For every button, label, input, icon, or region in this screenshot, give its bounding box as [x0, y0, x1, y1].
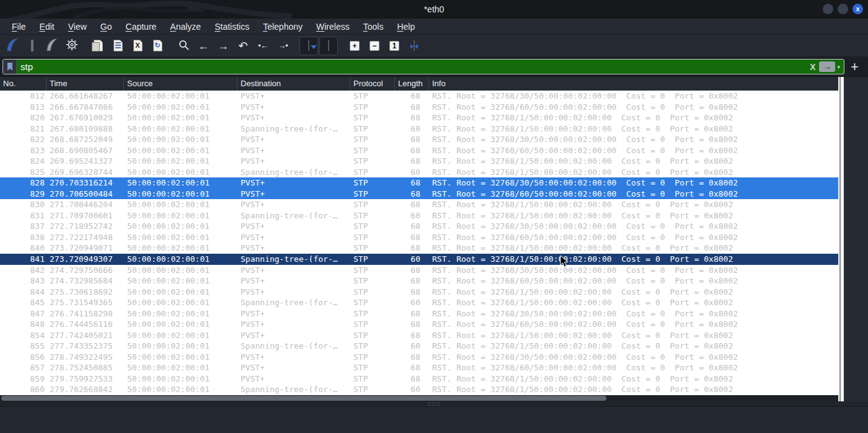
add-filter-button[interactable]: +: [851, 60, 859, 74]
cell-source: 50:00:00:02:00:01: [124, 199, 237, 210]
capture-options-button[interactable]: [63, 37, 81, 55]
first-packet-button[interactable]: •←: [254, 37, 272, 55]
clear-filter-icon[interactable]: X: [806, 62, 819, 72]
apply-filter-button[interactable]: →: [819, 61, 835, 72]
filter-text[interactable]: stp: [17, 61, 806, 72]
column-header-no[interactable]: No.: [0, 77, 46, 91]
cell-no: 820: [0, 112, 46, 123]
column-header-time[interactable]: Time: [46, 77, 124, 91]
go-back-button[interactable]: ←: [194, 37, 213, 55]
cell-protocol: STP: [350, 91, 395, 102]
cell-no: 813: [0, 102, 46, 113]
packet-row-860[interactable]: 860279.76266884250:00:00:02:00:01Spannin…: [0, 384, 838, 395]
maximize-button[interactable]: [838, 4, 848, 14]
start-capture-button[interactable]: [3, 37, 22, 55]
packet-row-844[interactable]: 844275.73061869250:00:00:02:00:01PVST+ST…: [0, 287, 838, 298]
packet-row-831[interactable]: 831271.70970060150:00:00:02:00:01Spannin…: [0, 210, 838, 221]
zoom-in-button[interactable]: +: [345, 37, 364, 55]
resize-columns-button[interactable]: [405, 37, 423, 55]
cell-no: 829: [0, 189, 46, 200]
packet-row-823[interactable]: 823268.69080546750:00:00:02:00:01PVST+ST…: [0, 145, 838, 156]
menu-item-help[interactable]: Help: [390, 19, 422, 34]
packet-row-825[interactable]: 825269.69632874450:00:00:02:00:01Spannin…: [0, 167, 838, 178]
filter-bookmark-button[interactable]: [3, 60, 17, 74]
packet-row-845[interactable]: 845275.73154936550:00:00:02:00:01Spannin…: [0, 297, 838, 308]
column-header-destination[interactable]: Destination: [237, 77, 350, 91]
menu-item-analyze[interactable]: Analyze: [163, 19, 208, 34]
packet-row-829[interactable]: 829270.70650048450:00:00:02:00:01PVST+ST…: [0, 189, 838, 200]
close-file-button[interactable]: X: [128, 37, 147, 55]
colorize-toggle[interactable]: [319, 37, 338, 55]
column-header-info[interactable]: Info: [429, 77, 838, 91]
packet-row-824[interactable]: 824269.69524132750:00:00:02:00:01PVST+ST…: [0, 156, 838, 167]
pane-splitter[interactable]: ::::::: [0, 401, 868, 406]
horizontal-scrollbar[interactable]: [0, 395, 838, 401]
cell-source: 50:00:00:02:00:01: [124, 341, 237, 352]
close-button[interactable]: x: [852, 4, 863, 14]
column-header-source[interactable]: Source: [124, 77, 237, 91]
restart-capture-button[interactable]: [43, 37, 61, 55]
packet-row-838[interactable]: 838272.72217494850:00:00:02:00:01PVST+ST…: [0, 232, 838, 243]
cell-info: RST. Root = 32768/60/50:00:00:02:00:00 C…: [425, 275, 838, 287]
packet-row-841[interactable]: 841273.72094930750:00:00:02:00:01Spannin…: [0, 254, 838, 265]
go-to-packet-button[interactable]: ↶: [234, 37, 252, 55]
cell-time: 274.729750666: [46, 265, 124, 276]
menu-item-go[interactable]: Go: [94, 19, 119, 34]
reload-file-button[interactable]: ↻: [148, 37, 167, 55]
packet-row-820[interactable]: 820267.67691002950:00:00:02:00:01PVST+ST…: [0, 112, 838, 123]
cell-time: 273.720949071: [46, 243, 124, 254]
packet-row-842[interactable]: 842274.72975066650:00:00:02:00:01PVST+ST…: [0, 265, 838, 276]
menu-item-tools[interactable]: Tools: [356, 19, 391, 34]
packet-row-822[interactable]: 822268.68725204950:00:00:02:00:01PVST+ST…: [0, 134, 838, 145]
cell-info: RST. Root = 32768/1/50:00:00:02:00:00 Co…: [425, 167, 838, 178]
menu-item-file[interactable]: File: [5, 19, 33, 34]
packet-row-821[interactable]: 821267.68010988850:00:00:02:00:01Spannin…: [0, 123, 838, 135]
horizontal-scrollbar-thumb[interactable]: [1, 396, 606, 401]
find-packet-button[interactable]: [174, 37, 193, 55]
minimize-button[interactable]: [823, 4, 833, 14]
packet-row-830[interactable]: 830271.70844620450:00:00:02:00:01PVST+ST…: [0, 199, 838, 210]
menu-item-statistics[interactable]: Statistics: [208, 19, 256, 34]
packet-row-854[interactable]: 854277.74240502150:00:00:02:00:01PVST+ST…: [0, 330, 838, 341]
column-header-protocol[interactable]: Protocol: [350, 77, 395, 91]
packet-row-812[interactable]: 812266.66164826750:00:00:02:00:01PVST+ST…: [0, 91, 838, 102]
menu-item-view[interactable]: View: [61, 19, 94, 34]
open-file-button[interactable]: [89, 37, 107, 55]
packet-row-855[interactable]: 855277.74335237550:00:00:02:00:01Spannin…: [0, 341, 838, 352]
menu-item-capture[interactable]: Capture: [119, 19, 164, 34]
cell-no: 845: [0, 297, 46, 308]
packet-row-813[interactable]: 813266.66784708650:00:00:02:00:01PVST+ST…: [0, 102, 838, 113]
packet-row-848[interactable]: 848276.74445611650:00:00:02:00:01PVST+ST…: [0, 319, 838, 330]
menu-item-edit[interactable]: Edit: [33, 19, 61, 34]
save-file-button[interactable]: [108, 37, 127, 55]
auto-scroll-toggle[interactable]: [299, 37, 318, 55]
cell-info: RST. Root = 32768/1/50:00:00:02:00:00 Co…: [425, 373, 838, 385]
normal-size-button[interactable]: 1: [385, 37, 404, 55]
menu-item-wireless[interactable]: Wireless: [309, 19, 356, 34]
vertical-scrollbar[interactable]: [838, 77, 844, 401]
arrow-left-dot-icon: •←: [258, 41, 268, 50]
packet-row-828[interactable]: 828270.70331621450:00:00:02:00:01PVST+ST…: [0, 177, 838, 189]
packet-row-840[interactable]: 840273.72094907150:00:00:02:00:01PVST+ST…: [0, 243, 838, 254]
cell-no: 838: [0, 232, 46, 243]
display-filter-input[interactable]: stp X → ▾: [2, 59, 844, 74]
column-header-length[interactable]: Length: [395, 77, 429, 91]
cell-source: 50:00:00:02:00:01: [124, 156, 237, 167]
last-packet-button[interactable]: →•: [273, 37, 292, 55]
vertical-scrollbar-thumb[interactable]: [839, 77, 841, 401]
go-forward-button[interactable]: →: [214, 37, 232, 55]
packet-row-843[interactable]: 843274.73298568450:00:00:02:00:01PVST+ST…: [0, 275, 838, 287]
filter-dropdown-caret-icon[interactable]: ▾: [837, 64, 844, 70]
zoom-out-button[interactable]: −: [365, 37, 384, 55]
packet-row-837[interactable]: 837272.71895274250:00:00:02:00:01PVST+ST…: [0, 221, 838, 232]
cell-time: 269.696328744: [46, 167, 124, 178]
close-document-icon: X: [133, 40, 143, 51]
cell-length: 68: [395, 177, 425, 189]
normal-size-icon: 1: [389, 41, 399, 51]
packet-row-856[interactable]: 856278.74932249550:00:00:02:00:01PVST+ST…: [0, 352, 838, 363]
stop-capture-button[interactable]: [23, 37, 42, 55]
packet-row-859[interactable]: 859279.75992753350:00:00:02:00:01PVST+ST…: [0, 373, 838, 385]
packet-row-857[interactable]: 857278.75245088550:00:00:02:00:01PVST+ST…: [0, 362, 838, 373]
packet-row-847[interactable]: 847276.74115829850:00:00:02:00:01PVST+ST…: [0, 308, 838, 319]
menu-item-telephony[interactable]: Telephony: [256, 19, 309, 34]
